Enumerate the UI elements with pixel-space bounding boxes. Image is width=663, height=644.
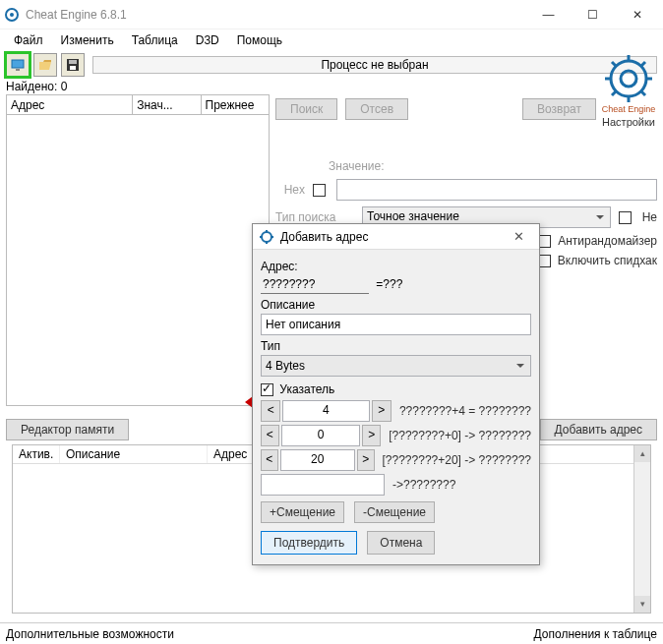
select-process-button[interactable]: [6, 53, 30, 77]
menu-edit[interactable]: Изменить: [53, 31, 122, 49]
pointer-label: Указатель: [279, 382, 334, 396]
add-offset-button[interactable]: +Смещение: [261, 501, 344, 523]
svg-rect-2: [12, 60, 24, 68]
scroll-down-icon[interactable]: ▾: [634, 596, 650, 613]
folder-open-icon: [37, 57, 53, 73]
save-button[interactable]: [61, 53, 85, 77]
close-button[interactable]: ✕: [615, 1, 659, 29]
value-label: Значение:: [329, 159, 385, 173]
menu-table[interactable]: Таблица: [124, 31, 186, 49]
monitor-icon: [10, 57, 26, 73]
svg-point-7: [611, 61, 646, 96]
menu-file[interactable]: Файл: [6, 31, 51, 49]
dialog-desc-label: Описание: [261, 298, 531, 312]
pointer-checkbox[interactable]: [261, 383, 273, 396]
dialog-icon: [259, 229, 274, 245]
offset-row-0: < 4 > ????????+4 = ????????: [261, 400, 531, 422]
offset-dec-1[interactable]: <: [261, 425, 279, 446]
search-type-label: Тип поиска: [275, 210, 354, 224]
offset-input-0[interactable]: 4: [282, 400, 369, 422]
svg-point-1: [10, 13, 14, 17]
status-left[interactable]: Дополнительные возможности: [6, 627, 174, 641]
offset-expr-2: [????????+20] -> ????????: [383, 453, 531, 467]
dialog-ok-button[interactable]: Подтвердить: [261, 531, 357, 555]
dialog-address-label: Адрес:: [261, 260, 531, 273]
value-input[interactable]: [336, 179, 657, 201]
dialog-titlebar[interactable]: Добавить адрес ✕: [253, 224, 539, 250]
svg-point-9: [262, 232, 271, 242]
app-icon: [4, 7, 20, 23]
maximize-button[interactable]: ☐: [571, 1, 615, 29]
offset-dec-0[interactable]: <: [261, 400, 280, 422]
open-button[interactable]: [33, 53, 57, 77]
hex-checkbox[interactable]: [313, 184, 326, 197]
offset-inc-1[interactable]: >: [362, 425, 381, 446]
floppy-icon: [65, 57, 81, 73]
col-address[interactable]: Адрес: [7, 95, 133, 115]
found-label: Найдено:: [6, 80, 57, 93]
results-body[interactable]: [6, 115, 270, 406]
base-row: ->????????: [261, 474, 531, 496]
found-count: 0: [61, 80, 68, 93]
offset-inc-0[interactable]: >: [372, 400, 392, 422]
add-address-dialog: Добавить адрес ✕ Адрес: =??? Описание Ти…: [252, 223, 540, 565]
scroll-up-icon[interactable]: ▴: [634, 445, 650, 462]
col-description[interactable]: Описание: [60, 445, 208, 463]
offset-dec-2[interactable]: <: [261, 449, 278, 471]
svg-rect-6: [70, 66, 76, 70]
titlebar: Cheat Engine 6.8.1 — ☐ ✕: [0, 0, 663, 29]
menubar: Файл Изменить Таблица D3D Помощь: [0, 29, 663, 51]
svg-point-8: [621, 71, 636, 87]
offset-input-1[interactable]: 0: [281, 425, 361, 446]
found-row: Найдено: 0: [0, 79, 663, 94]
col-value[interactable]: Знач...: [133, 95, 201, 115]
menu-d3d[interactable]: D3D: [188, 31, 227, 49]
memory-editor-button[interactable]: Редактор памяти: [6, 419, 129, 440]
dialog-type-select[interactable]: 4 Bytes: [261, 355, 531, 377]
scrollbar[interactable]: ▴ ▾: [633, 445, 650, 613]
offset-expr-1: [????????+0] -> ????????: [389, 429, 531, 442]
search-button[interactable]: Поиск: [275, 98, 337, 120]
not-checkbox[interactable]: [619, 211, 632, 224]
offset-input-2[interactable]: 20: [280, 449, 355, 471]
dialog-address-input[interactable]: [261, 275, 369, 294]
offset-inc-2[interactable]: >: [357, 449, 375, 471]
antirandom-label: Антирандомайзер: [558, 234, 657, 248]
toolbar: Процесс не выбран: [0, 51, 663, 79]
col-prev[interactable]: Прежнее: [201, 95, 269, 115]
minimize-button[interactable]: —: [526, 1, 571, 29]
speedhack-label: Включить спидхак: [558, 254, 657, 267]
dialog-close-button[interactable]: ✕: [504, 229, 533, 244]
menu-help[interactable]: Помощь: [229, 31, 290, 49]
offset-row-1: < 0 > [????????+0] -> ????????: [261, 425, 531, 446]
base-expr: ->????????: [392, 478, 455, 492]
hex-label: Hex: [275, 183, 305, 197]
dialog-title: Добавить адрес: [280, 230, 504, 244]
antirandom-checkbox[interactable]: [538, 235, 551, 248]
dialog-type-label: Тип: [261, 339, 531, 353]
window-title: Cheat Engine 6.8.1: [26, 8, 526, 22]
offset-row-2: < 20 > [????????+20] -> ????????: [261, 449, 531, 471]
results-panel: Адрес Знач... Прежнее: [6, 94, 270, 406]
remove-offset-button[interactable]: -Смещение: [354, 501, 435, 523]
dialog-address-eq: =???: [376, 277, 402, 291]
process-status[interactable]: Процесс не выбран: [92, 56, 657, 74]
dialog-cancel-button[interactable]: Отмена: [367, 531, 435, 555]
sift-button[interactable]: Отсев: [345, 98, 408, 120]
not-label: Не: [642, 210, 657, 224]
offset-expr-0: ????????+4 = ????????: [399, 404, 531, 418]
add-address-button[interactable]: Добавить адрес: [540, 419, 657, 440]
svg-rect-5: [69, 60, 77, 64]
dialog-desc-input[interactable]: [261, 314, 531, 335]
col-active[interactable]: Актив.: [13, 445, 60, 463]
base-address-input[interactable]: [261, 474, 385, 496]
revert-button[interactable]: Возврат: [522, 98, 596, 120]
svg-rect-3: [16, 69, 20, 71]
status-right[interactable]: Дополнения к таблице: [534, 627, 657, 641]
statusbar: Дополнительные возможности Дополнения к …: [0, 622, 663, 644]
